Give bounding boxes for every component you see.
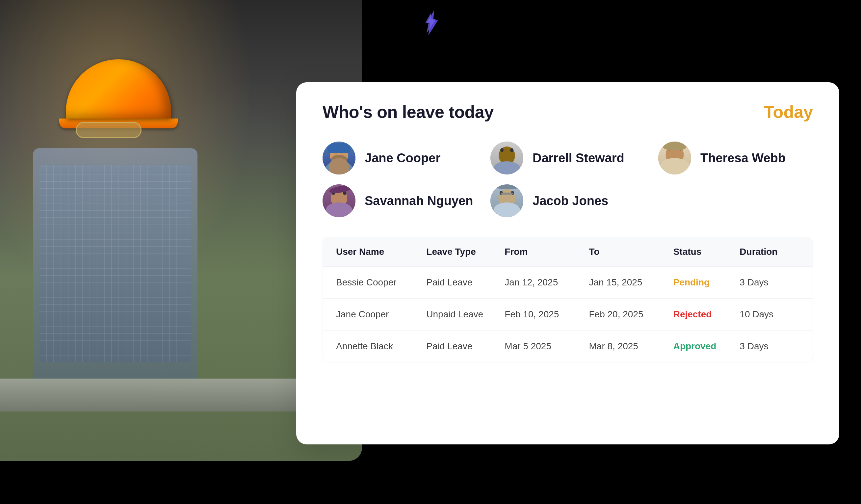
th-leavetype: Leave Type xyxy=(426,247,498,257)
td-from-3: Mar 5 2025 xyxy=(505,341,582,352)
th-status: Status xyxy=(673,247,733,257)
td-from-2: Feb 10, 2025 xyxy=(505,309,582,319)
card-header: Who's on leave today Today xyxy=(323,102,813,122)
table-row[interactable]: Jane Cooper Unpaid Leave Feb 10, 2025 Fe… xyxy=(323,298,812,330)
td-duration-1: 3 Days xyxy=(740,277,800,288)
person-name-theresa: Theresa Webb xyxy=(700,151,785,165)
avatar-darrell xyxy=(490,141,523,175)
th-from: From xyxy=(505,247,582,257)
hard-hat xyxy=(66,59,171,119)
th-duration: Duration xyxy=(740,247,800,257)
safety-glasses xyxy=(76,122,141,138)
td-to-3: Mar 8, 2025 xyxy=(589,341,667,352)
td-username-1: Bessie Cooper xyxy=(336,277,420,288)
avatar-jane xyxy=(323,141,355,175)
td-leavetype-3: Paid Leave xyxy=(426,341,498,352)
person-name-darrell: Darrell Steward xyxy=(533,151,624,165)
today-badge[interactable]: Today xyxy=(764,102,813,122)
table-row[interactable]: Bessie Cooper Paid Leave Jan 12, 2025 Ja… xyxy=(323,266,812,298)
worker-plaid xyxy=(40,165,191,362)
td-leavetype-1: Paid Leave xyxy=(426,277,498,288)
person-item-theresa[interactable]: Theresa Webb xyxy=(658,141,813,175)
person-item-darrell[interactable]: Darrell Steward xyxy=(490,141,645,175)
avatar-savannah xyxy=(323,185,355,217)
td-to-2: Feb 20, 2025 xyxy=(589,309,667,319)
td-duration-2: 10 Days xyxy=(740,309,800,319)
td-leavetype-2: Unpaid Leave xyxy=(426,309,498,319)
leave-dashboard-card: Who's on leave today Today Jane Cooper xyxy=(296,82,839,445)
td-status-3: Approved xyxy=(673,341,733,352)
leave-table: User Name Leave Type From To Status Dura… xyxy=(323,237,813,363)
person-item-jane[interactable]: Jane Cooper xyxy=(323,141,477,175)
td-username-3: Annette Black xyxy=(336,341,420,352)
td-from-1: Jan 12, 2025 xyxy=(505,277,582,288)
th-to: To xyxy=(589,247,667,257)
avatar-theresa xyxy=(658,141,691,175)
person-name-savannah: Savannah Nguyen xyxy=(365,194,473,208)
th-username: User Name xyxy=(336,247,420,257)
td-status-2: Rejected xyxy=(673,309,733,319)
app-logo-icon xyxy=(421,10,441,30)
td-duration-3: 3 Days xyxy=(740,341,800,352)
td-status-1: Pending xyxy=(673,277,733,288)
people-on-leave-grid: Jane Cooper Darrell Steward xyxy=(323,141,813,217)
avatar-jacob xyxy=(490,185,523,217)
table-header-row: User Name Leave Type From To Status Dura… xyxy=(323,237,812,266)
person-item-jacob[interactable]: Jacob Jones xyxy=(490,185,645,217)
person-name-jane: Jane Cooper xyxy=(365,151,440,165)
table-row[interactable]: Annette Black Paid Leave Mar 5 2025 Mar … xyxy=(323,330,812,362)
person-item-savannah[interactable]: Savannah Nguyen xyxy=(323,185,477,217)
td-username-2: Jane Cooper xyxy=(336,309,420,319)
td-to-1: Jan 15, 2025 xyxy=(589,277,667,288)
card-title: Who's on leave today xyxy=(323,102,494,122)
person-name-jacob: Jacob Jones xyxy=(533,194,608,208)
